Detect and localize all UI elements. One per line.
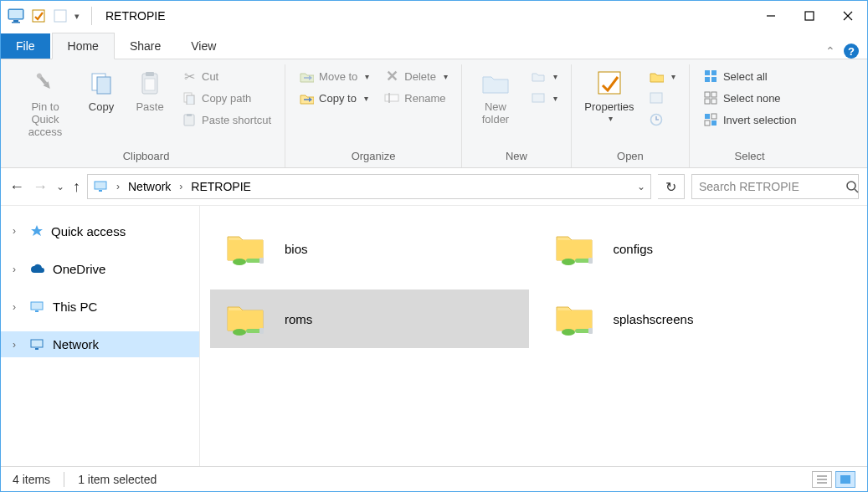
paste-shortcut-icon [182, 112, 197, 127]
folder-item[interactable]: splashscreens [539, 290, 858, 348]
paste-button[interactable]: Paste [128, 64, 172, 117]
svg-point-57 [233, 329, 246, 336]
new-folder-button[interactable]: New folder [470, 64, 521, 130]
svg-marker-46 [31, 225, 43, 236]
expand-icon[interactable]: › [13, 225, 23, 237]
svg-rect-33 [711, 77, 716, 82]
maximize-button[interactable] [790, 1, 829, 31]
tab-home[interactable]: Home [52, 33, 115, 59]
paste-shortcut-button[interactable]: Paste shortcut [177, 110, 276, 130]
sidebar-label: Quick access [51, 224, 126, 238]
expand-icon[interactable]: › [13, 339, 23, 351]
recent-dropdown-icon[interactable]: ⌄ [56, 181, 64, 192]
rename-icon [384, 90, 399, 105]
breadcrumb-network[interactable]: Network [126, 180, 172, 193]
new-item-button[interactable]: ▾ [526, 66, 562, 86]
items-view[interactable]: bios configs roms splashscreens [200, 206, 867, 466]
svg-rect-21 [187, 114, 192, 116]
easy-access-button[interactable]: ▾ [526, 88, 562, 108]
folder-item[interactable]: bios [210, 219, 529, 278]
sidebar-item-network[interactable]: › Network [1, 331, 199, 357]
large-icons-view-button[interactable] [835, 471, 855, 488]
svg-rect-27 [598, 72, 620, 94]
svg-line-45 [855, 189, 858, 192]
folder-name: roms [285, 312, 312, 326]
folder-name: bios [285, 242, 308, 256]
details-view-button[interactable] [812, 471, 832, 488]
sidebar-item-quick-access[interactable]: › Quick access [1, 218, 199, 244]
group-clipboard: Pin to Quick access Copy Paste ✂ [8, 64, 285, 167]
tab-view[interactable]: View [176, 33, 231, 59]
open-button[interactable]: ▾ [644, 66, 681, 86]
open-folder-icon [649, 69, 664, 84]
collapse-ribbon-icon[interactable]: ⌃ [825, 44, 835, 58]
sidebar-item-this-pc[interactable]: › This PC [1, 294, 199, 320]
search-icon[interactable] [845, 180, 859, 193]
svg-point-44 [847, 182, 855, 190]
svg-rect-62 [588, 328, 593, 334]
network-icon [93, 180, 110, 193]
chevron-down-icon: ▾ [365, 72, 369, 81]
new-item-icon [531, 69, 546, 84]
pin-to-quick-access-button[interactable]: Pin to Quick access [16, 64, 74, 142]
up-button[interactable]: ↑ [73, 178, 80, 196]
properties-icon [594, 68, 624, 98]
svg-point-51 [233, 259, 246, 265]
svg-rect-32 [705, 77, 710, 82]
select-none-icon [703, 90, 718, 105]
search-input[interactable] [699, 180, 845, 193]
svg-rect-53 [259, 258, 264, 264]
back-button[interactable]: ← [9, 178, 24, 196]
svg-rect-7 [805, 12, 814, 20]
pin-label: Pin to Quick access [18, 101, 73, 139]
expand-icon[interactable]: › [13, 301, 23, 313]
copy-button[interactable]: Copy [80, 64, 123, 117]
invert-selection-button[interactable]: Invert selection [698, 110, 801, 130]
chevron-right-icon[interactable]: › [177, 181, 184, 192]
paste-label: Paste [136, 101, 163, 114]
copy-path-button[interactable]: Copy path [177, 88, 276, 108]
pin-icon [30, 68, 60, 98]
delete-button[interactable]: ✕ Delete ▾ [379, 66, 453, 86]
edit-button[interactable] [644, 88, 681, 108]
select-none-button[interactable]: Select none [698, 88, 801, 108]
properties-button[interactable]: Properties ▾ [580, 64, 639, 126]
minimize-button[interactable] [752, 1, 790, 31]
group-label-clipboard: Clipboard [123, 146, 170, 167]
forward-button[interactable]: → [33, 178, 48, 196]
svg-rect-37 [711, 99, 716, 104]
folder-item[interactable]: configs [539, 219, 858, 278]
search-box[interactable] [691, 174, 859, 199]
svg-rect-41 [711, 120, 716, 126]
select-all-button[interactable]: Select all [698, 66, 801, 86]
breadcrumb-retropie[interactable]: RETROPIE [189, 180, 253, 193]
svg-rect-39 [711, 114, 716, 119]
refresh-button[interactable]: ↻ [658, 174, 685, 199]
address-dropdown-icon[interactable]: ⌄ [637, 181, 645, 192]
chevron-down-icon: ▾ [671, 72, 675, 81]
edit-icon [649, 90, 664, 105]
chevron-down-icon[interactable]: ▾ [74, 11, 80, 22]
history-button[interactable] [644, 110, 681, 130]
svg-point-60 [562, 329, 575, 336]
svg-rect-49 [31, 340, 43, 347]
copy-icon [86, 68, 116, 98]
chevron-right-icon[interactable]: › [115, 181, 121, 192]
rename-button[interactable]: Rename [379, 88, 453, 108]
group-label-organize: Organize [352, 146, 396, 167]
expand-icon[interactable]: › [13, 264, 23, 275]
network-folder-icon [552, 228, 598, 269]
sidebar-item-onedrive[interactable]: › OneDrive [1, 256, 199, 282]
address-bar[interactable]: › Network › RETROPIE ⌄ [87, 174, 651, 199]
tab-file[interactable]: File [1, 33, 50, 59]
folder-item[interactable]: roms [210, 290, 529, 348]
move-to-button[interactable]: Move to ▾ [294, 66, 374, 86]
close-button[interactable] [829, 1, 867, 31]
newfolder-quick-icon[interactable] [53, 8, 68, 23]
help-button[interactable]: ? [844, 44, 859, 59]
tab-share[interactable]: Share [115, 33, 176, 59]
properties-quick-icon[interactable] [31, 8, 46, 23]
cut-button[interactable]: ✂ Cut [177, 66, 276, 86]
monitor-icon[interactable] [8, 8, 24, 23]
copy-to-button[interactable]: Copy to ▾ [294, 88, 374, 108]
